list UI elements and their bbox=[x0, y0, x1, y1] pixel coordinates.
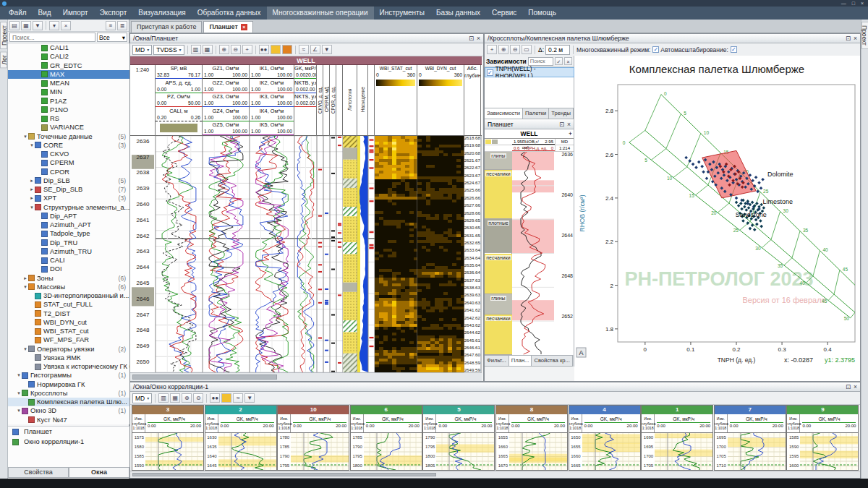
menu-item-инструменты[interactable]: Инструменты bbox=[374, 7, 430, 20]
tree-item[interactable]: Нормировка ГК bbox=[8, 380, 129, 389]
tree-item[interactable]: Dip_APT bbox=[8, 212, 129, 221]
tree-item[interactable]: CPERM bbox=[8, 158, 129, 167]
well-header-band[interactable]: WELL bbox=[130, 56, 482, 65]
detail-view-button[interactable]: ≣ bbox=[117, 21, 127, 30]
list-view-button[interactable]: ≡ bbox=[106, 21, 116, 30]
track-header-absdepth[interactable]: Абс.глубина bbox=[464, 65, 481, 136]
depth-mode-dropdown[interactable]: MD▾ bbox=[132, 393, 152, 403]
save-button[interactable]: ▼ bbox=[33, 21, 43, 30]
save-view-icon[interactable]: ▼ bbox=[244, 393, 255, 403]
mini-planshet[interactable]: WELL + 1.95RHOB,г/см³2.95 MD 0.6TNPH,д. … bbox=[485, 129, 574, 355]
menu-item-визуализация[interactable]: Визуализация bbox=[132, 7, 191, 20]
correlation-well-5[interactable]: 5Изм.глубина1:1018GK, мкР/ч0.0020.001790… bbox=[422, 405, 495, 471]
correlation-well-8[interactable]: 8Изм.глубина1:1018GK, мкР/ч0.0020.001655… bbox=[495, 405, 568, 471]
tree-item[interactable]: RS bbox=[8, 114, 129, 123]
tree-item[interactable]: ▸SE_Dip_SLB(7) bbox=[8, 185, 129, 194]
crossplot-window-titlebar[interactable]: /Кроссплоты/Комплексная палетка Шлюмберж… bbox=[485, 34, 860, 43]
tree-item[interactable]: Комплексная палетка Шлю... bbox=[8, 398, 129, 406]
curve-edit-icon[interactable]: ≈ bbox=[233, 393, 243, 403]
cursor-icon[interactable]: + bbox=[242, 45, 252, 54]
zoom-out-icon[interactable]: ⊖ bbox=[231, 45, 241, 54]
add-well-button[interactable]: + bbox=[569, 129, 572, 139]
log-plot-canvas[interactable]: 2636263726382639264026412642264326442645… bbox=[130, 136, 482, 372]
mini-tab-Фильт...[interactable]: Фильт... bbox=[485, 355, 509, 367]
tree-item[interactable]: Dip_TRU bbox=[8, 239, 129, 247]
track-header-curves[interactable]: IK1, Ом*м1.00100.00IK2, Ом*м1.00100.00IK… bbox=[250, 65, 294, 136]
track-header-lith[interactable]: Литология bbox=[343, 65, 357, 136]
tree-item[interactable]: DOI bbox=[8, 265, 129, 273]
track-header-curves[interactable]: GZ1, Ом*м1.00100.00GZ2, Ом*м1.00100.00GZ… bbox=[203, 65, 250, 136]
ruler-icon[interactable]: ∠ bbox=[310, 45, 320, 54]
zoom-in-icon[interactable]: ⊕ bbox=[219, 45, 229, 54]
maximize-button[interactable]: □ bbox=[852, 0, 855, 7]
close-icon[interactable]: × bbox=[854, 383, 857, 390]
well-number-band[interactable]: 1 bbox=[642, 406, 712, 414]
palette-icon[interactable] bbox=[221, 393, 231, 403]
correlation-well-1[interactable]: 1Изм.глубина1:1018GK, мкР/ч0.0020.001690… bbox=[641, 405, 713, 471]
track-header-WBI_DYN_cut[interactable]: WBI_DYN_cut0360 bbox=[417, 65, 464, 136]
tree-item[interactable]: ▾Массивы(6) bbox=[8, 283, 129, 291]
region-select-icon[interactable]: ▭ bbox=[522, 45, 532, 54]
menu-item-базы-данных[interactable]: Базы данных bbox=[430, 7, 486, 20]
track-header-narrow[interactable]: CPOR, д. ед. bbox=[330, 65, 336, 136]
correlation-well-2[interactable]: 2Изм.глубина1:1018GK, мкР/ч0.0020.001630… bbox=[205, 405, 277, 471]
correlation-well-7[interactable]: 7Изм.глубина1:1018GK, мкР/ч0.0020.001695… bbox=[714, 405, 786, 471]
window-list-item[interactable]: Планшет bbox=[8, 427, 129, 437]
menu-item-многоскважинные-операции[interactable]: Многоскважинные операции bbox=[267, 7, 374, 20]
tree-item[interactable]: CPOR bbox=[8, 168, 129, 176]
tree-item[interactable]: MEAN bbox=[8, 79, 129, 87]
tree-item[interactable]: ▾Операторы увязки(2) bbox=[8, 345, 129, 354]
track-header-curves[interactable]: GK, мкР/ч0.0020.00NKTB, у.е.0.002.00NKTS… bbox=[294, 65, 317, 136]
dock-icon[interactable]: ⊡ bbox=[846, 383, 851, 390]
tree-item[interactable]: CALI1 bbox=[8, 43, 129, 52]
correlation-well-3[interactable]: 3Изм.глубина1:1018GK, мкР/ч0.0020.001575… bbox=[132, 405, 204, 471]
tree-item[interactable]: Увязка к историческому ГК 0... bbox=[8, 362, 129, 371]
close-icon[interactable]: × bbox=[854, 35, 857, 42]
curve-edit-icon[interactable]: ≈ bbox=[299, 45, 309, 54]
close-icon[interactable]: × bbox=[477, 35, 480, 42]
tree-item[interactable]: P1AZ bbox=[8, 97, 129, 106]
well-number-band[interactable]: 5 bbox=[423, 406, 494, 414]
menu-item-сервис[interactable]: Сервис bbox=[486, 7, 522, 20]
search-input[interactable] bbox=[9, 33, 95, 42]
multiwell-checkbox[interactable]: Многоскважинный режим:✓ bbox=[576, 46, 659, 53]
layout-icon[interactable]: ▥ bbox=[191, 45, 201, 54]
well-number-band[interactable]: 9 bbox=[787, 406, 858, 414]
dependency-checkbox[interactable]: ✓ bbox=[487, 69, 493, 76]
track-headers[interactable]: 1:240SP, мВ32.8376.17APS, д. ед.0.001.00… bbox=[130, 65, 482, 136]
apply-filter-icon[interactable]: ✓ bbox=[555, 57, 563, 65]
track-header-sat[interactable]: Насыщение bbox=[357, 65, 368, 136]
doc-tab-Приступая к работе[interactable]: Приступая к работе bbox=[131, 21, 202, 33]
filter-dropdown[interactable]: Все▾ bbox=[97, 33, 127, 42]
delete-button[interactable]: × bbox=[61, 21, 71, 30]
new-item-button[interactable]: ▦ bbox=[21, 21, 31, 30]
save-view-icon[interactable]: ▼ bbox=[322, 45, 332, 54]
close-icon[interactable]: × bbox=[567, 121, 571, 128]
panel-tab-Свойства[interactable]: Свойства bbox=[8, 467, 69, 478]
zoom-in-icon[interactable]: ⊕ bbox=[498, 45, 509, 54]
close-button[interactable]: × bbox=[861, 0, 864, 7]
dock-icon[interactable]: ⊡ bbox=[469, 35, 474, 42]
tree-item[interactable]: 3D-интерполированный и... bbox=[8, 291, 129, 300]
track-header-narrow[interactable]: CKVO, д. ед. bbox=[317, 65, 323, 136]
tree-item[interactable]: Azimuth_TRU bbox=[8, 247, 129, 256]
planshet-window-titlebar[interactable]: /Окна/Планшет ⊡ × bbox=[130, 34, 483, 43]
tree-item[interactable]: ▾Структурные элементы_а...(7) bbox=[8, 203, 129, 212]
tree-item[interactable]: ▸XPT(3) bbox=[8, 194, 129, 202]
planshet-hscrollbar[interactable] bbox=[130, 372, 482, 381]
well-number-band[interactable]: 2 bbox=[205, 406, 276, 414]
tree-item[interactable]: Увязка ЯМК bbox=[8, 354, 129, 362]
mini-tab-План...[interactable]: План... bbox=[509, 355, 532, 367]
tree-item[interactable]: WF_MPS_FAR bbox=[8, 335, 129, 344]
menu-item-помощь[interactable]: Помощь bbox=[522, 7, 562, 20]
close-tab-icon[interactable]: × bbox=[241, 24, 247, 30]
minimize-button[interactable]: — bbox=[841, 0, 846, 7]
tree-item[interactable]: Куст №47 bbox=[8, 416, 129, 424]
correlation-well-10[interactable]: 10Изм.глубина1:1018GK, мкР/ч0.0020.00178… bbox=[277, 405, 349, 471]
deps-tab-Тренды[interactable]: Тренды bbox=[549, 108, 574, 119]
tree-item[interactable]: VARIANCE bbox=[8, 123, 129, 132]
expand-button[interactable]: ▾ bbox=[49, 21, 59, 30]
split-icon[interactable]: ▦ bbox=[203, 45, 213, 54]
menu-item-файл[interactable]: Файл bbox=[3, 7, 33, 20]
autoscale-button[interactable]: A bbox=[576, 348, 586, 357]
